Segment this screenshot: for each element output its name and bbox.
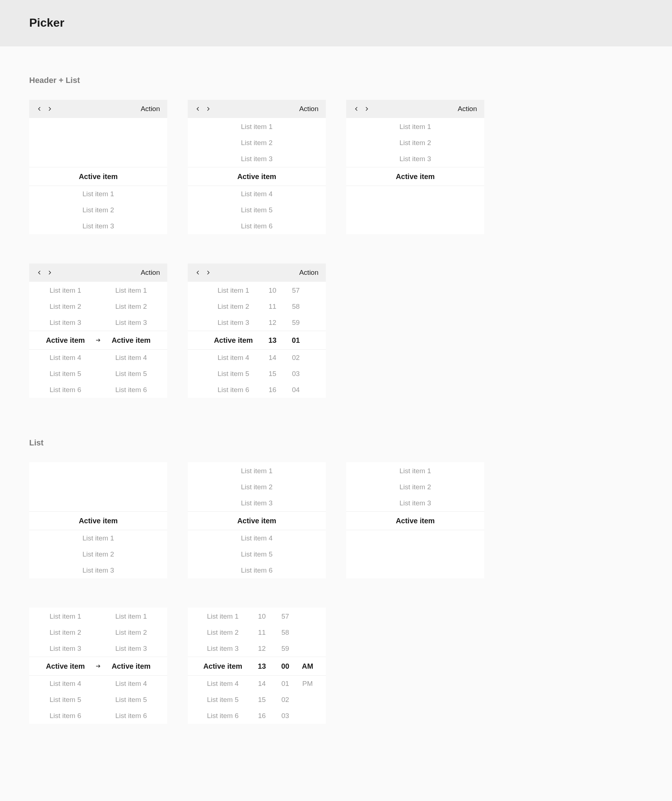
list-item[interactable]: List item 4: [188, 186, 326, 202]
list-item[interactable]: List item 3: [42, 315, 89, 331]
list-item[interactable]: List item 4: [42, 676, 89, 692]
active-item[interactable]: Active item: [346, 167, 484, 186]
list-item[interactable]: List item 4: [200, 676, 246, 692]
header-action[interactable]: Action: [458, 105, 477, 113]
list-item[interactable]: List item 1: [210, 283, 257, 299]
list-item[interactable]: List item 4: [188, 530, 326, 546]
list-item[interactable]: List item 3: [200, 640, 246, 657]
list-item[interactable]: List item 3: [210, 315, 257, 331]
list-item[interactable]: List item 6: [210, 382, 257, 398]
chevron-right-icon[interactable]: [203, 104, 213, 114]
chevron-right-icon[interactable]: [203, 267, 213, 278]
list-item[interactable]: List item 3: [29, 562, 167, 579]
active-item[interactable]: 13: [261, 336, 284, 344]
chevron-left-icon[interactable]: [193, 104, 203, 114]
list-item[interactable]: List item 4: [42, 350, 89, 366]
list-item[interactable]: 58: [287, 299, 305, 315]
list-item[interactable]: List item 6: [42, 382, 89, 398]
list-item[interactable]: List item 2: [200, 624, 246, 640]
list-item[interactable]: List item 2: [210, 299, 257, 315]
list-item[interactable]: List item 3: [42, 640, 89, 657]
list-item[interactable]: List item 1: [29, 530, 167, 546]
list-item[interactable]: List item 2: [108, 299, 154, 315]
list-item[interactable]: 11: [263, 299, 281, 315]
list-item[interactable]: List item 6: [108, 708, 154, 724]
active-item[interactable]: AM: [297, 662, 318, 671]
list-item[interactable]: 59: [276, 640, 294, 657]
list-item[interactable]: List item 2: [42, 624, 89, 640]
list-item[interactable]: 03: [276, 708, 294, 724]
list-item[interactable]: 16: [263, 382, 281, 398]
list-item[interactable]: List item 3: [346, 495, 484, 511]
list-item[interactable]: 12: [253, 640, 271, 657]
list-item[interactable]: List item 5: [42, 692, 89, 708]
list-item[interactable]: List item 3: [188, 495, 326, 511]
chevron-left-icon[interactable]: [34, 267, 45, 278]
list-item[interactable]: List item 1: [29, 186, 167, 202]
list-item[interactable]: List item 3: [29, 218, 167, 234]
list-item[interactable]: 11: [253, 624, 271, 640]
active-item[interactable]: Active item: [206, 336, 261, 344]
chevron-left-icon[interactable]: [34, 104, 45, 114]
list-item[interactable]: List item 1: [108, 283, 154, 299]
list-item[interactable]: List item 4: [210, 350, 257, 366]
list-item[interactable]: List item 6: [188, 562, 326, 579]
list-item[interactable]: List item 5: [42, 366, 89, 382]
list-item[interactable]: List item 6: [188, 218, 326, 234]
active-item[interactable]: Active item: [196, 662, 250, 671]
list-item[interactable]: List item 5: [108, 366, 154, 382]
list-item[interactable]: List item 2: [42, 299, 89, 315]
list-item[interactable]: 14: [253, 676, 271, 692]
list-item[interactable]: List item 3: [188, 151, 326, 167]
active-item[interactable]: Active item: [29, 511, 167, 530]
active-item[interactable]: Active item: [188, 511, 326, 530]
list-item[interactable]: List item 5: [210, 366, 257, 382]
list-item[interactable]: 16: [253, 708, 271, 724]
header-action[interactable]: Action: [299, 105, 319, 113]
list-item[interactable]: List item 3: [108, 640, 154, 657]
list-item[interactable]: List item 1: [188, 463, 326, 479]
list-item[interactable]: List item 2: [29, 202, 167, 218]
active-item[interactable]: Active item: [38, 336, 93, 344]
list-item[interactable]: List item 4: [108, 350, 154, 366]
list-item[interactable]: List item 5: [188, 546, 326, 562]
list-item[interactable]: 10: [253, 608, 271, 624]
list-item[interactable]: 15: [263, 366, 281, 382]
list-item[interactable]: List item 4: [108, 676, 154, 692]
list-item[interactable]: List item 1: [346, 119, 484, 135]
chevron-right-icon[interactable]: [45, 104, 55, 114]
list-item[interactable]: List item 1: [200, 608, 246, 624]
list-item[interactable]: List item 1: [42, 283, 89, 299]
list-item[interactable]: 15: [253, 692, 271, 708]
active-item[interactable]: Active item: [188, 167, 326, 186]
list-item[interactable]: List item 1: [42, 608, 89, 624]
list-item[interactable]: List item 2: [188, 479, 326, 495]
list-item[interactable]: PM: [297, 676, 318, 692]
active-item[interactable]: 13: [250, 662, 274, 671]
list-item[interactable]: List item 2: [346, 479, 484, 495]
list-item[interactable]: 02: [276, 692, 294, 708]
list-item[interactable]: List item 5: [188, 202, 326, 218]
header-action[interactable]: Action: [141, 269, 160, 277]
chevron-right-icon[interactable]: [45, 267, 55, 278]
chevron-left-icon[interactable]: [351, 104, 362, 114]
list-item[interactable]: List item 3: [108, 315, 154, 331]
header-action[interactable]: Action: [299, 269, 319, 277]
list-item[interactable]: 12: [263, 315, 281, 331]
list-item[interactable]: 57: [287, 283, 305, 299]
active-item[interactable]: 01: [284, 336, 308, 344]
list-item[interactable]: 04: [287, 382, 305, 398]
list-item[interactable]: 01: [276, 676, 294, 692]
list-item[interactable]: List item 2: [29, 546, 167, 562]
list-item[interactable]: 58: [276, 624, 294, 640]
list-item[interactable]: List item 5: [108, 692, 154, 708]
list-item[interactable]: List item 2: [346, 135, 484, 151]
chevron-left-icon[interactable]: [193, 267, 203, 278]
header-action[interactable]: Action: [141, 105, 160, 113]
list-item[interactable]: List item 1: [188, 119, 326, 135]
list-item[interactable]: 57: [276, 608, 294, 624]
active-item[interactable]: Active item: [104, 336, 159, 344]
list-item[interactable]: List item 2: [188, 135, 326, 151]
active-item[interactable]: Active item: [38, 662, 93, 671]
active-item[interactable]: 00: [274, 662, 297, 671]
